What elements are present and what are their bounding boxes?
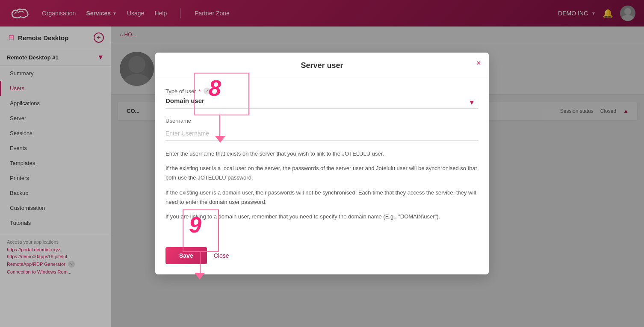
type-of-user-group: Type of user * ? Domain user ▼ — [165, 88, 479, 109]
modal-body: Type of user * ? Domain user ▼ Username … — [155, 77, 489, 240]
username-input[interactable] — [165, 127, 479, 141]
modal-header: Server user × — [155, 53, 489, 77]
save-button[interactable]: Save — [165, 247, 207, 264]
username-group: Username — [165, 118, 479, 141]
required-indicator: * — [199, 88, 201, 94]
modal-overlay: Server user × Type of user * ? Domain us… — [0, 0, 644, 327]
type-of-user-help-icon[interactable]: ? — [204, 88, 210, 94]
username-label: Username — [165, 118, 479, 124]
modal-close-button[interactable]: × — [476, 59, 481, 67]
modal-title: Server user — [165, 61, 479, 70]
select-arrow-icon: ▼ — [468, 99, 475, 106]
type-of-user-value: Domain user — [165, 97, 204, 104]
info-paragraph-1: Enter the username that exists on the se… — [165, 149, 479, 159]
close-button[interactable]: Close — [214, 252, 229, 259]
type-of-user-label: Type of user * ? — [165, 88, 479, 94]
modal-footer: Save Close — [155, 240, 489, 274]
info-paragraph-4: If you are linking to a domain user, rem… — [165, 212, 479, 221]
server-user-modal: Server user × Type of user * ? Domain us… — [155, 53, 489, 274]
info-paragraph-3: If the existing user is a domain user, t… — [165, 188, 479, 207]
info-paragraph-2: If the existing user is a local user on … — [165, 164, 479, 183]
info-section: Enter the username that exists on the se… — [165, 149, 479, 221]
type-of-user-select[interactable]: Domain user ▼ — [165, 97, 479, 109]
